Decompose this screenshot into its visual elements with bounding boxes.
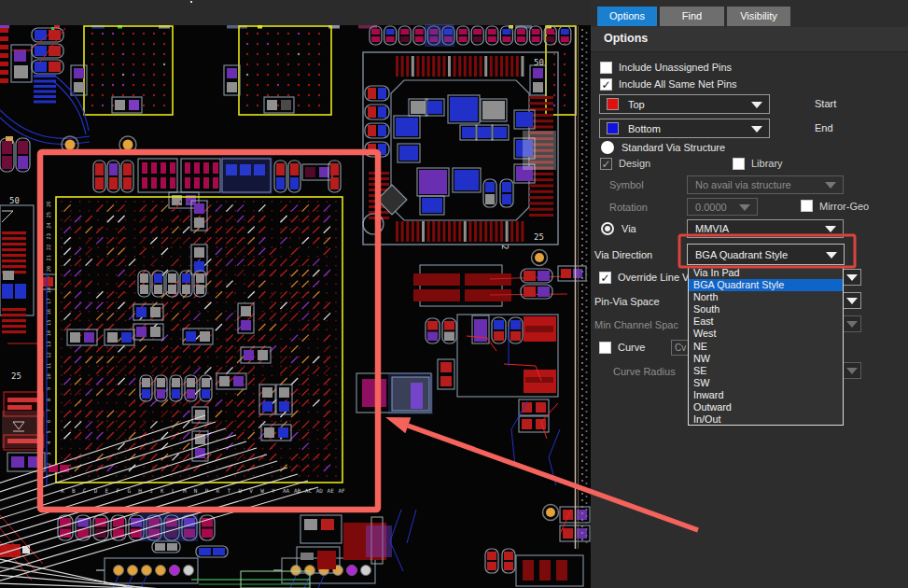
svg-text:N: N: [194, 487, 198, 494]
svg-text:E: E: [105, 487, 109, 494]
via-direction-option[interactable]: SW: [689, 377, 843, 389]
via-direction-option[interactable]: Outward: [689, 401, 843, 413]
svg-text:K: K: [161, 487, 164, 494]
svg-text:21: 21: [46, 255, 51, 261]
min-channel-space-label: Min Channel Spac: [594, 319, 678, 330]
override-line-checkbox[interactable]: [599, 272, 611, 284]
curve-checkbox[interactable]: [599, 342, 611, 354]
curve-radius-dropdown-button: [843, 362, 861, 379]
via-direction-value: BGA Quadrant Style: [695, 249, 788, 260]
tab-find[interactable]: Find: [660, 7, 724, 26]
svg-text:24: 24: [46, 222, 51, 229]
svg-text:25: 25: [534, 232, 544, 242]
svg-text:AE: AE: [328, 487, 335, 494]
standard-via-radio[interactable]: [601, 141, 614, 154]
pcb-artwork: 5025226252423222120191817161514131211109…: [0, 0, 591, 588]
svg-text:50: 50: [9, 196, 20, 205]
rotation-value: 0.0000: [695, 202, 727, 213]
via-direction-option[interactable]: West: [689, 328, 843, 340]
include-same-net-label: Include All Same Net Pins: [619, 78, 737, 90]
rotation-label: Rotation: [609, 202, 648, 213]
svg-text:22: 22: [46, 245, 51, 251]
override-line-dropdown-button[interactable]: [843, 269, 861, 286]
via-direction-option[interactable]: NW: [689, 353, 843, 365]
pcb-canvas[interactable]: 5025226252423222120191817161514131211109…: [0, 0, 591, 588]
curve-options-button: Cv: [671, 340, 689, 356]
via-direction-option[interactable]: East: [689, 315, 843, 328]
via-direction-dropdown-list[interactable]: Via In PadBGA Quadrant StyleNorthSouthEa…: [688, 266, 844, 426]
chevron-down-icon: [751, 126, 762, 133]
curve-label: Curve: [618, 342, 645, 353]
start-layer-value: Top: [628, 99, 645, 110]
mirror-geo-checkbox[interactable]: [801, 200, 813, 212]
svg-text:2: 2: [500, 245, 510, 249]
via-direction-option[interactable]: Inward: [689, 389, 843, 401]
via-direction-option[interactable]: Via In Pad: [689, 267, 843, 279]
chevron-down-icon: [739, 204, 750, 211]
svg-text:P: P: [205, 487, 209, 494]
end-label: End: [815, 122, 833, 133]
via-direction-label: Via Direction: [594, 249, 652, 260]
rotation-select: 0.0000: [687, 198, 758, 216]
standard-via-label: Standard Via Structure: [622, 142, 725, 153]
min-channel-space-dropdown-button: [843, 315, 861, 332]
svg-text:25: 25: [11, 371, 21, 381]
chevron-down-icon: [825, 226, 836, 232]
svg-text:W: W: [260, 487, 264, 494]
via-value: MMVIA: [695, 223, 729, 234]
symbol-value: No avail via structure: [695, 179, 791, 190]
via-radio[interactable]: [601, 222, 614, 235]
symbol-label: Symbol: [609, 179, 644, 190]
start-layer-swatch: [607, 98, 619, 110]
pin-via-space-label: Pin-Via Space: [594, 296, 660, 307]
svg-text:50: 50: [534, 58, 544, 67]
chevron-down-icon: [826, 252, 837, 259]
override-line-label: Override Line V: [618, 272, 689, 283]
include-unassigned-checkbox[interactable]: [600, 62, 612, 74]
end-layer-value: Bottom: [628, 123, 661, 134]
end-layer-swatch: [607, 122, 619, 134]
svg-text:AD: AD: [316, 487, 324, 494]
svg-text:26: 26: [46, 201, 51, 207]
via-direction-option[interactable]: BGA Quadrant Style: [689, 279, 843, 291]
library-label: Library: [751, 158, 783, 169]
svg-text:20: 20: [46, 266, 51, 273]
svg-text:23: 23: [46, 233, 51, 240]
panel-title: Options: [604, 32, 648, 45]
include-same-net-checkbox[interactable]: [600, 78, 612, 91]
start-layer-select[interactable]: Top: [599, 94, 770, 114]
panel-header: Options: [591, 27, 908, 52]
via-direction-option[interactable]: NE: [689, 341, 843, 353]
design-checkbox[interactable]: [600, 158, 612, 170]
via-direction-option[interactable]: North: [689, 291, 843, 303]
tab-options[interactable]: Options: [597, 7, 657, 26]
svg-text:B: B: [72, 487, 76, 494]
via-direction-option[interactable]: SE: [689, 365, 843, 377]
include-unassigned-label: Include Unassigned Pins: [619, 62, 732, 73]
via-direction-select[interactable]: BGA Quadrant Style: [687, 244, 845, 265]
end-layer-select[interactable]: Bottom: [599, 119, 770, 138]
chevron-down-icon: [751, 102, 762, 108]
start-label: Start: [815, 98, 836, 109]
via-direction-option[interactable]: South: [689, 303, 843, 315]
library-checkbox[interactable]: [733, 158, 745, 170]
symbol-select: No avail via structure: [687, 175, 844, 194]
curve-radius-label: Curve Radius: [613, 366, 676, 377]
mirror-geo-label: Mirror-Geo: [819, 201, 869, 212]
tab-visibility[interactable]: Visibility: [727, 7, 790, 26]
svg-text:M: M: [183, 487, 187, 494]
svg-text:T: T: [228, 487, 231, 494]
via-select[interactable]: MMVIA: [687, 219, 844, 238]
via-direction-option[interactable]: In/Out: [689, 413, 843, 426]
chevron-down-icon: [825, 182, 836, 189]
application-window: 5025226252423222120191817161514131211109…: [0, 0, 908, 588]
svg-text:AF: AF: [339, 487, 346, 494]
svg-text:25: 25: [46, 212, 51, 218]
pin-via-space-dropdown-button[interactable]: [843, 292, 861, 309]
side-panel: OptionsFindVisibility Options Include Un…: [591, 0, 908, 588]
design-label: Design: [619, 158, 650, 169]
via-label: Via: [622, 223, 636, 234]
